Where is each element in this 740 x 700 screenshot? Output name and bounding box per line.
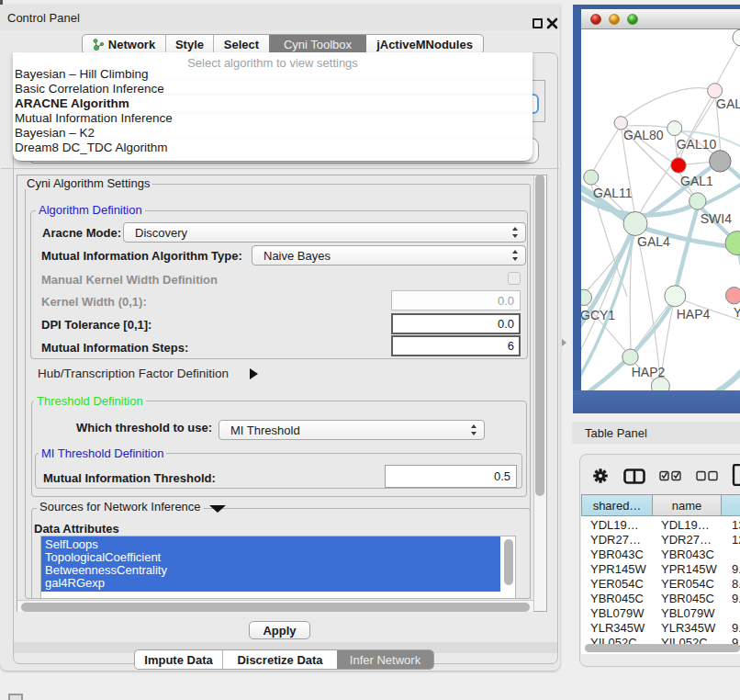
svg-text:GCY1: GCY1 [581, 308, 615, 322]
svg-text:GAL1: GAL1 [680, 174, 713, 188]
svg-text:GAL7: GAL7 [716, 96, 740, 111]
svg-text:HAP2: HAP2 [632, 365, 666, 379]
svg-text:SWI4: SWI4 [701, 211, 732, 226]
svg-text:HAP4: HAP4 [677, 307, 711, 322]
svg-text:Y: Y [734, 305, 740, 320]
svg-text:GAL80: GAL80 [623, 128, 664, 142]
svg-text:GAL11: GAL11 [593, 186, 633, 200]
svg-text:GAL4: GAL4 [637, 234, 670, 249]
svg-text:GAL10: GAL10 [677, 137, 717, 152]
